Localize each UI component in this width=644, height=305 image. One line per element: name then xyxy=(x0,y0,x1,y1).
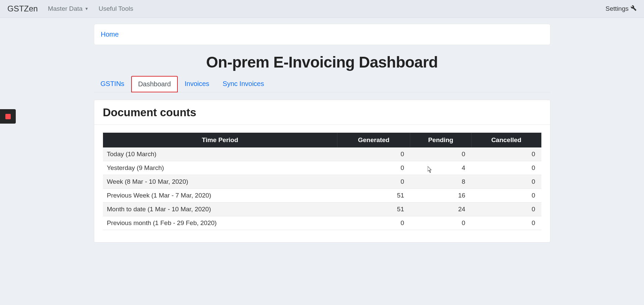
breadcrumb: Home xyxy=(94,24,550,45)
cell-cancelled: 0 xyxy=(471,161,541,175)
cell-period: Yesterday (9 March) xyxy=(103,161,337,175)
document-counts-card: Document counts Time Period Generated Pe… xyxy=(94,100,550,243)
th-pending: Pending xyxy=(410,133,471,147)
cell-generated: 0 xyxy=(337,175,410,189)
breadcrumb-home[interactable]: Home xyxy=(101,31,119,38)
cell-period: Month to date (1 Mar - 10 Mar, 2020) xyxy=(103,203,337,216)
cell-pending: 0 xyxy=(410,147,471,161)
tab-invoices[interactable]: Invoices xyxy=(178,76,216,92)
tab-gstins[interactable]: GSTINs xyxy=(94,76,131,92)
cell-generated: 0 xyxy=(337,147,410,161)
tabs: GSTINs Dashboard Invoices Sync Invoices xyxy=(94,76,550,92)
nav-useful-tools-label: Useful Tools xyxy=(99,5,133,12)
cell-cancelled: 0 xyxy=(471,203,541,216)
table-wrap: Time Period Generated Pending Cancelled … xyxy=(94,125,550,242)
th-cancelled: Cancelled xyxy=(471,133,541,147)
document-counts-table: Time Period Generated Pending Cancelled … xyxy=(103,133,541,230)
navbar: GSTZen Master Data ▼ Useful Tools Settin… xyxy=(0,0,644,18)
cell-cancelled: 0 xyxy=(471,147,541,161)
table-row: Previous month (1 Feb - 29 Feb, 2020)000 xyxy=(103,216,541,230)
cell-period: Previous month (1 Feb - 29 Feb, 2020) xyxy=(103,216,337,230)
chevron-down-icon: ▼ xyxy=(85,6,89,11)
cell-pending: 24 xyxy=(410,203,471,216)
cell-generated: 0 xyxy=(337,161,410,175)
navbar-left: GSTZen Master Data ▼ Useful Tools xyxy=(7,4,133,13)
cell-pending: 0 xyxy=(410,216,471,230)
cell-cancelled: 0 xyxy=(471,216,541,230)
wrench-icon xyxy=(631,5,637,13)
table-row: Previous Week (1 Mar - 7 Mar, 2020)51160 xyxy=(103,189,541,203)
cell-period: Week (8 Mar - 10 Mar, 2020) xyxy=(103,175,337,189)
cell-cancelled: 0 xyxy=(471,189,541,203)
th-time-period: Time Period xyxy=(103,133,337,147)
main-container: Home On-prem E-Invoicing Dashboard GSTIN… xyxy=(93,24,551,243)
cell-pending: 8 xyxy=(410,175,471,189)
th-generated: Generated xyxy=(337,133,410,147)
table-row: Today (10 March)000 xyxy=(103,147,541,161)
cell-pending: 16 xyxy=(410,189,471,203)
brand[interactable]: GSTZen xyxy=(7,4,38,13)
nav-settings-label: Settings xyxy=(605,5,629,12)
cell-cancelled: 0 xyxy=(471,175,541,189)
nav-links: Master Data ▼ Useful Tools xyxy=(48,5,133,12)
cell-generated: 51 xyxy=(337,189,410,203)
nav-settings[interactable]: Settings xyxy=(605,5,637,13)
tab-sync-invoices[interactable]: Sync Invoices xyxy=(216,76,271,92)
page-title: On-prem E-Invoicing Dashboard xyxy=(94,53,550,71)
table-row: Yesterday (9 March)040 xyxy=(103,161,541,175)
side-widget[interactable] xyxy=(0,109,16,124)
cell-period: Previous Week (1 Mar - 7 Mar, 2020) xyxy=(103,189,337,203)
nav-useful-tools[interactable]: Useful Tools xyxy=(99,5,133,12)
nav-master-data[interactable]: Master Data ▼ xyxy=(48,5,89,12)
card-title: Document counts xyxy=(94,100,550,125)
stop-icon xyxy=(5,114,11,119)
table-row: Week (8 Mar - 10 Mar, 2020)080 xyxy=(103,175,541,189)
nav-master-data-label: Master Data xyxy=(48,5,83,12)
tab-dashboard[interactable]: Dashboard xyxy=(131,76,178,92)
table-row: Month to date (1 Mar - 10 Mar, 2020)5124… xyxy=(103,203,541,216)
cell-period: Today (10 March) xyxy=(103,147,337,161)
cell-pending: 4 xyxy=(410,161,471,175)
table-header-row: Time Period Generated Pending Cancelled xyxy=(103,133,541,147)
cell-generated: 0 xyxy=(337,216,410,230)
cell-generated: 51 xyxy=(337,203,410,216)
